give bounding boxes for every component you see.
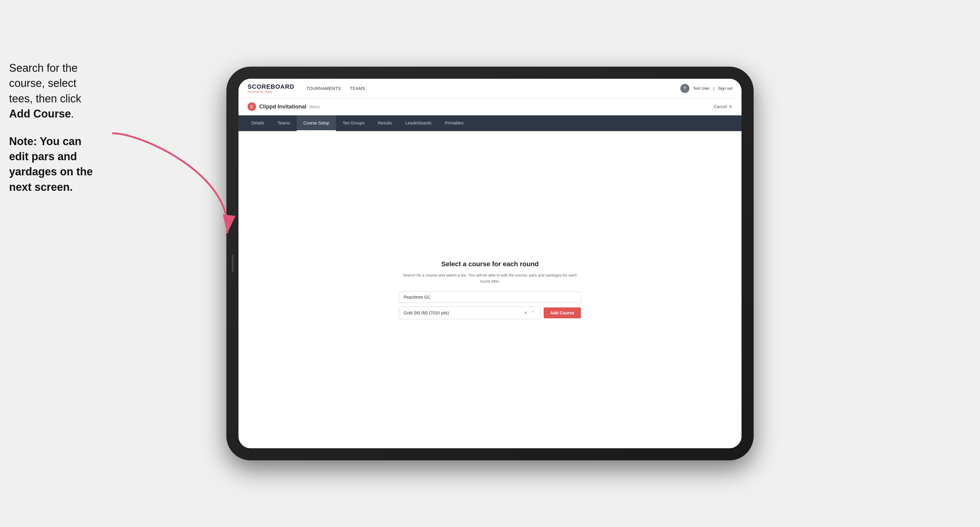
tab-tee-groups[interactable]: Tee Groups: [336, 115, 371, 131]
tab-details[interactable]: Details: [245, 115, 271, 131]
tournament-title: C Clippd Invitational (Men): [248, 102, 320, 111]
nav-teams[interactable]: TEAMS: [350, 86, 366, 91]
tournament-badge: (Men): [309, 105, 320, 109]
tab-bar: Details Teams Course Setup Tee Groups Re…: [239, 115, 741, 131]
annotation-note: Note: You can edit pars and yardages on …: [9, 135, 93, 193]
tab-course-setup[interactable]: Course Setup: [297, 115, 336, 131]
tournament-icon: C: [248, 102, 256, 111]
navbar-right: T Test User | Sign out: [680, 84, 732, 93]
tab-results[interactable]: Results: [371, 115, 399, 131]
tee-clear-icon[interactable]: ✕: [523, 310, 529, 316]
annotation-text-1: Search for the course, select tees, then…: [9, 62, 81, 105]
tablet-screen: SCOREBOARD Powered by clippd TOURNAMENTS…: [239, 79, 741, 448]
tee-expand-icon[interactable]: ⌃: [530, 310, 536, 316]
tournament-name: Clippd Invitational: [259, 103, 306, 110]
tablet-shell: SCOREBOARD Powered by clippd TOURNAMENTS…: [226, 67, 754, 460]
annotation-text-2: .: [71, 108, 74, 120]
panel-desc: Search for a course and select a tee. Yo…: [399, 272, 581, 284]
course-setup-panel: Select a course for each round Search fo…: [399, 260, 581, 319]
panel-title: Select a course for each round: [399, 260, 581, 268]
top-navbar: SCOREBOARD Powered by clippd TOURNAMENTS…: [239, 79, 741, 98]
tee-select-controls: ✕ ⌃: [523, 310, 536, 316]
nav-tournaments[interactable]: TOURNAMENTS: [306, 86, 340, 91]
nav-links: TOURNAMENTS TEAMS: [306, 86, 365, 91]
annotation-panel: Search for the course, select tees, then…: [9, 60, 97, 207]
main-content: Select a course for each round Search fo…: [239, 131, 741, 448]
course-search-input[interactable]: [399, 291, 581, 303]
tab-printables[interactable]: Printables: [438, 115, 470, 131]
tournament-header: C Clippd Invitational (Men) Cancel ✕: [239, 98, 741, 115]
tee-select-value: Gold (M) (M) (7010 yds): [404, 310, 449, 315]
user-name: Test User: [693, 86, 710, 90]
add-course-button[interactable]: Add Course: [544, 307, 581, 318]
cancel-button[interactable]: Cancel ✕: [714, 104, 732, 109]
annotation-bold: Add Course: [9, 108, 71, 120]
tab-teams[interactable]: Teams: [271, 115, 297, 131]
tee-select-dropdown[interactable]: Gold (M) (M) (7010 yds) ✕ ⌃: [399, 306, 541, 319]
cancel-icon: ✕: [729, 104, 732, 109]
tab-leaderboards[interactable]: Leaderboards: [399, 115, 438, 131]
user-avatar: T: [680, 84, 689, 93]
navbar-left: SCOREBOARD Powered by clippd TOURNAMENTS…: [248, 83, 366, 93]
logo-text: SCOREBOARD: [248, 83, 294, 90]
logo-sub: Powered by clippd: [248, 90, 294, 93]
nav-separator: |: [713, 86, 714, 90]
logo-area: SCOREBOARD Powered by clippd: [248, 83, 294, 93]
tee-select-row: Gold (M) (M) (7010 yds) ✕ ⌃ Add Course: [399, 306, 581, 319]
sign-out-link[interactable]: Sign out: [718, 86, 732, 90]
